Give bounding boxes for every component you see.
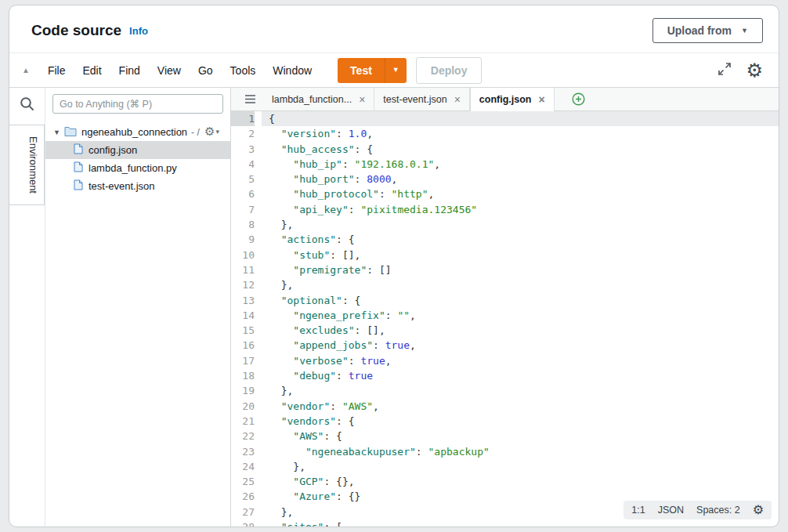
fullscreen-icon[interactable]	[718, 62, 732, 79]
code-line[interactable]: "premigrate": []	[269, 262, 779, 277]
code-line[interactable]: "ngeneabackupuser": "apbackup"	[269, 444, 779, 459]
line-number[interactable]: 24	[231, 459, 255, 474]
search-icon[interactable]	[19, 96, 35, 115]
line-number[interactable]: 13	[231, 293, 255, 308]
code-line[interactable]: "append_jobs": true,	[269, 338, 779, 353]
tree-file-config-json[interactable]: config.json	[45, 141, 230, 159]
line-number[interactable]: 20	[231, 399, 255, 414]
line-number[interactable]: 25	[231, 474, 255, 489]
line-number[interactable]: 10	[231, 248, 255, 262]
line-number[interactable]: 9	[231, 232, 255, 247]
line-number[interactable]: 28	[231, 519, 255, 527]
cursor-position[interactable]: 1:1	[631, 505, 645, 516]
menu-window[interactable]: Window	[264, 60, 320, 81]
menu-tools[interactable]: Tools	[222, 60, 265, 81]
file-icon	[74, 161, 83, 175]
code-line[interactable]: {	[262, 111, 779, 126]
tree-file-lambda-function-py[interactable]: lambda_function.py	[45, 159, 230, 177]
menu-file[interactable]: File	[39, 60, 74, 81]
code-line[interactable]: "actions": {	[269, 232, 779, 247]
chevron-down-icon[interactable]: ▼	[53, 128, 60, 136]
line-number[interactable]: 1	[231, 111, 255, 126]
goto-anything-input[interactable]	[52, 94, 223, 114]
tab-label: test-event.json	[383, 94, 446, 105]
code-line[interactable]: },	[269, 383, 779, 398]
menu-view[interactable]: View	[149, 60, 190, 81]
tab-lambda-function[interactable]: lambda_function... ×	[263, 88, 374, 111]
line-number[interactable]: 27	[231, 505, 255, 519]
tree-file-test-event-json[interactable]: test-event.json	[45, 177, 230, 195]
syntax-mode[interactable]: JSON	[658, 505, 684, 516]
menu-go[interactable]: Go	[190, 60, 222, 81]
file-name: test-event.json	[89, 180, 155, 192]
line-number[interactable]: 2	[231, 126, 255, 141]
editor-tabbar: lambda_function... × test-event.json × c…	[231, 88, 779, 111]
code-line[interactable]: "vendor": "AWS",	[269, 399, 779, 414]
code-line[interactable]: },	[269, 217, 779, 232]
folder-icon	[64, 126, 77, 139]
editor-code[interactable]: { "version": 1.0, "hub_access": { "hub_i…	[262, 111, 779, 527]
line-number[interactable]: 18	[231, 368, 255, 383]
code-line[interactable]: "vendors": {	[269, 414, 779, 429]
line-number[interactable]: 15	[231, 323, 255, 338]
chevron-down-icon: ▾	[215, 128, 219, 136]
test-split-button: Test ▼	[338, 58, 407, 83]
editor-settings-gear-icon[interactable]: ⚙	[753, 504, 764, 516]
code-line[interactable]: "verbose": true,	[269, 353, 779, 368]
line-number[interactable]: 12	[231, 277, 255, 292]
indentation-setting[interactable]: Spaces: 2	[696, 505, 740, 516]
line-number[interactable]: 8	[231, 217, 255, 232]
new-tab-icon[interactable]	[572, 92, 585, 106]
close-icon[interactable]: ×	[454, 94, 461, 105]
code-line[interactable]: "debug": true	[269, 368, 779, 383]
tree-folder-row[interactable]: ▼ ngeneahub_connection - / ⚙ ▾	[45, 123, 230, 141]
code-line[interactable]: "hub_protocol": "http",	[269, 186, 779, 201]
line-number[interactable]: 4	[231, 157, 255, 172]
code-line[interactable]: "sites": [	[269, 519, 779, 527]
tab-test-event-json[interactable]: test-event.json ×	[374, 88, 469, 111]
tab-config-json[interactable]: config.json ×	[470, 88, 555, 112]
info-link[interactable]: Info	[129, 25, 148, 37]
line-number[interactable]: 22	[231, 429, 255, 443]
menu-find[interactable]: Find	[110, 60, 149, 81]
code-line[interactable]: "ngenea_prefix": "",	[269, 308, 779, 323]
code-line[interactable]: },	[269, 277, 779, 292]
code-line[interactable]: "excludes": [],	[269, 323, 779, 338]
line-number[interactable]: 16	[231, 338, 255, 353]
line-number[interactable]: 21	[231, 414, 255, 429]
code-line[interactable]: "version": 1.0,	[269, 126, 779, 141]
code-line[interactable]: "hub_ip": "192.168.0.1",	[269, 157, 779, 172]
line-number[interactable]: 14	[231, 308, 255, 323]
line-number[interactable]: 19	[231, 383, 255, 398]
code-line[interactable]: },	[269, 459, 779, 474]
close-icon[interactable]: ×	[359, 94, 365, 105]
tree-settings-button[interactable]: ⚙ ▾	[204, 126, 219, 138]
line-number[interactable]: 23	[231, 444, 255, 459]
code-line[interactable]: "hub_access": {	[269, 142, 779, 157]
deploy-button[interactable]: Deploy	[416, 57, 483, 84]
line-number[interactable]: 5	[231, 172, 255, 186]
test-button[interactable]: Test	[338, 58, 385, 83]
tab-list-icon[interactable]	[237, 94, 263, 104]
upload-from-button[interactable]: Upload from ▼	[652, 18, 763, 43]
code-line[interactable]: "stub": [],	[269, 248, 779, 262]
settings-gear-icon[interactable]: ⚙	[746, 61, 763, 80]
line-number[interactable]: 7	[231, 202, 255, 217]
code-line[interactable]: "hub_port": 8000,	[269, 172, 779, 186]
line-number[interactable]: 3	[231, 142, 255, 157]
line-number[interactable]: 11	[231, 262, 255, 277]
line-number[interactable]: 6	[231, 186, 255, 201]
menu-edit[interactable]: Edit	[74, 60, 110, 81]
collapse-panel-icon[interactable]: ▲	[22, 66, 30, 74]
tab-environment[interactable]: Environment	[9, 125, 45, 205]
close-icon[interactable]: ×	[539, 94, 545, 105]
code-editor: lambda_function... × test-event.json × c…	[231, 88, 779, 527]
code-line[interactable]: "AWS": {	[269, 429, 779, 443]
line-number[interactable]: 17	[231, 353, 255, 368]
line-number[interactable]: 26	[231, 489, 255, 504]
code-line[interactable]: "api_key": "pixitmedia.123456"	[269, 202, 779, 217]
test-dropdown-button[interactable]: ▼	[385, 58, 407, 83]
code-line[interactable]: "optional": {	[269, 293, 779, 308]
editor-body[interactable]: 1234567891011121314151617181920212223242…	[231, 111, 779, 527]
code-line[interactable]: "GCP": {},	[269, 474, 779, 489]
